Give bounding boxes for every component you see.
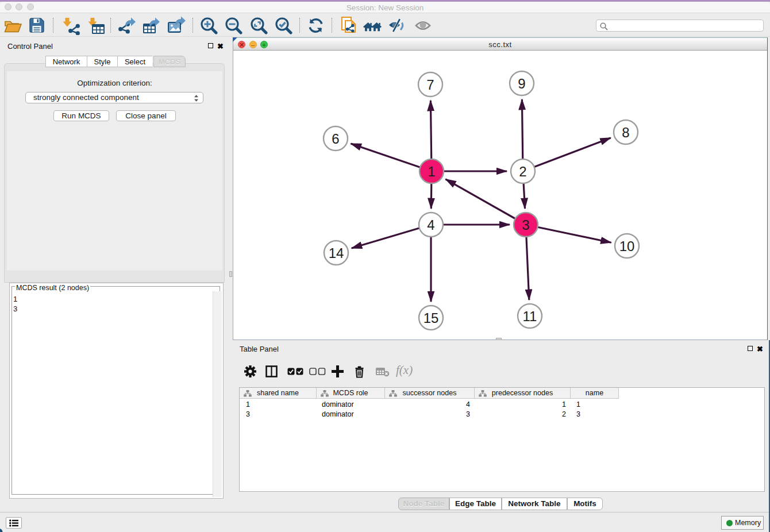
svg-text:3: 3 [522,217,529,233]
svg-text:10: 10 [619,238,635,254]
svg-text:1: 1 [428,164,435,179]
svg-text:15: 15 [424,310,439,326]
svg-text:8: 8 [622,125,629,140]
svg-text:4: 4 [427,217,434,233]
svg-text:9: 9 [518,76,525,91]
svg-text:6: 6 [332,131,339,147]
svg-text:2: 2 [519,164,526,179]
svg-text:11: 11 [523,309,537,324]
svg-text:7: 7 [426,77,434,92]
svg-text:14: 14 [329,245,344,261]
